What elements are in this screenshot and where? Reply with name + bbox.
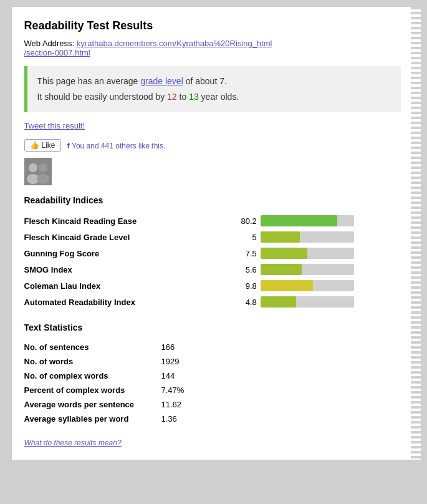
svg-point-3 xyxy=(39,163,47,172)
stat-row: Average syllables per word 1.36 xyxy=(24,412,401,426)
bottom-note[interactable]: What do these results mean? xyxy=(24,439,401,447)
stats-section-title: Text Statistics xyxy=(24,322,401,332)
metric-row: SMOG Index 5.6 xyxy=(24,261,401,278)
metric-row: Coleman Liau Index 9.8 xyxy=(24,278,401,294)
grade-line1-after: of about 7. xyxy=(183,76,227,86)
thumbs-up-icon: 👍 xyxy=(30,141,39,150)
metric-name-5: Automated Readability Index xyxy=(24,294,217,310)
metric-value-0: 80.2 xyxy=(217,213,261,229)
web-address-line: Web Address: kyrathaba.dcmembers.com/Kyr… xyxy=(24,39,401,57)
bar-fill-1 xyxy=(261,231,300,243)
svg-point-1 xyxy=(29,163,37,172)
stat-name-4: Average words per sentence xyxy=(24,397,161,412)
stat-value-1: 1929 xyxy=(161,354,401,369)
bar-background-4 xyxy=(261,280,354,291)
metric-bar-1 xyxy=(261,229,401,245)
stat-value-5: 1.36 xyxy=(161,412,401,426)
readability-section-title: Readability Indices xyxy=(24,195,401,205)
bar-fill-2 xyxy=(261,248,307,259)
stat-row: Average words per sentence 11.62 xyxy=(24,397,401,412)
stat-value-2: 144 xyxy=(161,369,401,383)
stat-value-3: 7.47% xyxy=(161,383,401,397)
metric-row: Automated Readability Index 4.8 xyxy=(24,294,401,310)
bar-background-1 xyxy=(261,231,354,243)
metric-value-4: 9.8 xyxy=(217,278,261,294)
metric-name-1: Flesch Kincaid Grade Level xyxy=(24,229,217,245)
fb-like-text: f You and 441 others like this. xyxy=(67,141,166,150)
metric-bar-5 xyxy=(261,294,401,310)
metric-name-3: SMOG Index xyxy=(24,261,217,278)
like-button[interactable]: 👍 Like xyxy=(24,139,61,152)
metric-name-0: Flesch Kincaid Reading Ease xyxy=(24,213,217,229)
metric-bar-2 xyxy=(261,245,401,261)
bar-background-2 xyxy=(261,248,354,259)
metric-value-1: 5 xyxy=(217,229,261,245)
metric-value-5: 4.8 xyxy=(217,294,261,310)
bar-fill-5 xyxy=(261,296,296,308)
age-end: 13 xyxy=(189,92,199,102)
grade-line-1: This page has an average grade level of … xyxy=(37,74,391,89)
metric-row: Gunning Fog Score 7.5 xyxy=(24,245,401,261)
metric-bar-0 xyxy=(261,213,401,229)
like-label: Like xyxy=(42,141,55,150)
metric-value-2: 7.5 xyxy=(217,245,261,261)
readability-table: Flesch Kincaid Reading Ease 80.2 Flesch … xyxy=(24,213,401,310)
tweet-link[interactable]: Tweet this result! xyxy=(24,121,401,130)
metric-row: Flesch Kincaid Grade Level 5 xyxy=(24,229,401,245)
bar-fill-4 xyxy=(261,280,313,291)
grade-summary-box: This page has an average grade level of … xyxy=(24,66,401,112)
bar-fill-0 xyxy=(261,215,337,226)
stat-row: No. of complex words 144 xyxy=(24,369,401,383)
age-start: 12 xyxy=(167,92,177,102)
grade-line-2: It should be easily understood by 12 to … xyxy=(37,89,391,105)
grade-line2-before: It should be easily understood by xyxy=(37,92,168,102)
stat-row: No. of words 1929 xyxy=(24,354,401,369)
stat-row: No. of sentences 166 xyxy=(24,340,401,354)
stats-table: No. of sentences 166 No. of words 1929 N… xyxy=(24,340,401,426)
page-title: Readability Test Results xyxy=(24,19,401,32)
bar-background-0 xyxy=(261,215,354,226)
social-bar: 👍 Like f You and 441 others like this. xyxy=(24,139,401,152)
grade-line2-after: year olds. xyxy=(199,92,239,102)
avatar xyxy=(24,158,52,185)
metric-row: Flesch Kincaid Reading Ease 80.2 xyxy=(24,213,401,229)
stat-name-3: Percent of complex words xyxy=(24,383,161,397)
stat-name-1: No. of words xyxy=(24,354,161,369)
page-container: Readability Test Results Web Address: ky… xyxy=(11,6,416,460)
bottom-note-text: What do these results mean? xyxy=(24,439,122,447)
metric-value-3: 5.6 xyxy=(217,261,261,278)
fb-icon: f xyxy=(67,141,70,150)
metric-name-2: Gunning Fog Score xyxy=(24,245,217,261)
grade-level-link[interactable]: grade level xyxy=(140,76,183,86)
metric-name-4: Coleman Liau Index xyxy=(24,278,217,294)
stat-value-0: 166 xyxy=(161,340,401,354)
svg-point-4 xyxy=(37,174,49,184)
metric-bar-4 xyxy=(261,278,401,294)
bar-background-5 xyxy=(261,296,354,308)
fb-like-count-text: You and 441 others like this. xyxy=(72,142,165,150)
metric-bar-3 xyxy=(261,261,401,278)
stat-name-5: Average syllables per word xyxy=(24,412,161,426)
grade-line1-before: This page has an average xyxy=(37,76,141,86)
bar-background-3 xyxy=(261,264,354,275)
bar-fill-3 xyxy=(261,264,302,275)
web-address-label: Web Address: xyxy=(24,39,75,48)
stat-name-0: No. of sentences xyxy=(24,340,161,354)
stat-row: Percent of complex words 7.47% xyxy=(24,383,401,397)
stat-value-4: 11.62 xyxy=(161,397,401,412)
grade-line2-mid: to xyxy=(177,92,189,102)
stat-name-2: No. of complex words xyxy=(24,369,161,383)
